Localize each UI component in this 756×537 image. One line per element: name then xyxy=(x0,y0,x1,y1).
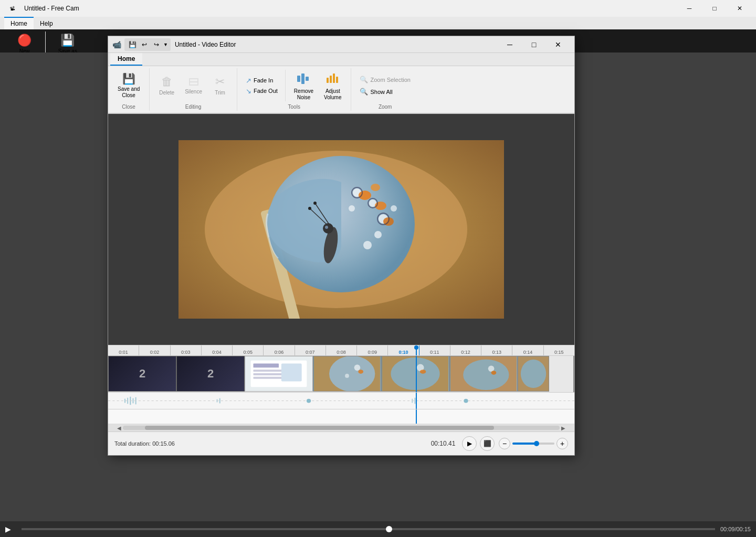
svg-rect-57 xyxy=(124,399,125,403)
ve-adjust-volume-btn[interactable]: AdjustVolume xyxy=(320,68,345,103)
ve-tab-home[interactable]: Home xyxy=(110,53,142,66)
ve-fade-in-label: Fade In xyxy=(254,77,273,83)
svg-rect-8 xyxy=(336,77,338,83)
bg-maximize-btn[interactable]: □ xyxy=(702,0,727,17)
ruler-mark-7: 0:07 xyxy=(295,345,326,355)
svg-point-45 xyxy=(345,374,349,378)
track-end-marker xyxy=(573,356,574,392)
marker-track-playhead xyxy=(416,409,417,424)
ruler-mark-12: 0:12 xyxy=(450,345,481,355)
svg-point-53 xyxy=(491,371,497,375)
ruler-mark-5: 0:05 xyxy=(233,345,264,355)
ve-fade-out-label: Fade Out xyxy=(254,88,278,94)
ve-minimize-btn[interactable]: ─ xyxy=(498,36,522,53)
ve-save-close-label: Save andClose xyxy=(118,86,140,99)
ve-preview-area xyxy=(108,114,574,345)
svg-rect-3 xyxy=(301,73,304,84)
bg-tab-home[interactable]: Home xyxy=(4,17,34,29)
ve-zoom-in-btn[interactable]: + xyxy=(556,438,568,449)
ve-trim-btn[interactable]: ✂ Trim xyxy=(208,73,232,98)
ve-silence-label: Silence xyxy=(185,89,202,95)
ve-close-group-label: Close xyxy=(113,103,144,111)
ve-thumbnail-strip: 2 2 xyxy=(108,356,574,392)
thumb-4-image xyxy=(313,356,381,391)
bg-window-icons: 📽 xyxy=(4,0,21,17)
bg-window-controls: ─ □ ✕ xyxy=(677,0,752,17)
svg-rect-63 xyxy=(219,398,220,404)
ve-fade-in-btn[interactable]: ↗ Fade In xyxy=(243,76,281,86)
ve-total-duration-label: Total duration: xyxy=(114,440,151,447)
svg-rect-40 xyxy=(281,364,302,382)
ve-trim-label: Trim xyxy=(215,90,225,96)
ve-save-qa-btn[interactable]: 💾 xyxy=(127,39,138,50)
ve-silence-btn[interactable]: Silence xyxy=(181,74,206,97)
ruler-mark-1: 0:01 xyxy=(108,345,139,355)
svg-rect-36 xyxy=(253,364,279,368)
ve-show-all-btn[interactable]: 🔍 Show All xyxy=(356,87,413,97)
svg-rect-60 xyxy=(132,398,133,404)
ve-zoom-selection-icon: 🔍 xyxy=(360,76,368,83)
ruler-mark-4: 0:04 xyxy=(202,345,233,355)
bg-save-video-icon: 💾 xyxy=(60,34,75,47)
svg-point-32 xyxy=(313,202,317,205)
svg-point-42 xyxy=(329,356,375,391)
ve-zoom-slider[interactable] xyxy=(512,443,554,445)
ve-trim-icon: ✂ xyxy=(215,75,225,89)
svg-point-28 xyxy=(323,223,333,234)
ve-audio-track[interactable] xyxy=(108,393,574,409)
ve-adjust-volume-icon xyxy=(324,70,341,87)
ve-editing-label: Editing xyxy=(155,103,232,111)
ve-titlebar: 📹 💾 ↩ ↪ ▼ Untitled - Video Editor ─ □ ✕ xyxy=(108,36,574,53)
scroll-right-btn[interactable]: ▶ xyxy=(560,424,567,431)
ruler-mark-2: 0:02 xyxy=(139,345,170,355)
ve-timeline-scrollbar[interactable]: ◀ ▶ xyxy=(108,424,574,431)
bg-close-btn[interactable]: ✕ xyxy=(728,0,752,17)
bg-play-btn[interactable]: ▶ xyxy=(5,525,11,533)
bg-tab-help[interactable]: Help xyxy=(34,17,59,29)
ve-zoom-label: Zoom xyxy=(356,103,413,111)
ve-save-close-btn[interactable]: 💾 Save andClose xyxy=(113,70,144,101)
bg-new-recording-icon: 🔴 xyxy=(17,34,32,47)
bg-bottom-bar: ▶ 00:09/00:15 xyxy=(0,521,756,537)
ve-fade-out-btn[interactable]: ↘ Fade Out xyxy=(243,86,281,96)
thumb-5 xyxy=(381,356,449,392)
ruler-mark-15: 0:15 xyxy=(544,345,574,355)
ve-qa-dropdown[interactable]: ▼ xyxy=(163,42,168,47)
svg-rect-4 xyxy=(306,77,309,81)
thumb-5-image xyxy=(382,356,449,391)
ve-play-btn[interactable]: ▶ xyxy=(462,436,477,451)
ve-stop-btn[interactable]: ⬛ xyxy=(480,436,495,451)
svg-point-31 xyxy=(308,207,311,210)
ve-tools-label: Tools xyxy=(243,103,345,111)
ve-title: Untitled - Video Editor xyxy=(175,41,236,48)
scroll-thumb[interactable] xyxy=(145,426,495,430)
bg-progress-indicator xyxy=(386,526,392,532)
ve-remove-noise-btn[interactable]: RemoveNoise xyxy=(290,68,318,103)
ve-redo-qa-btn[interactable]: ↪ xyxy=(151,39,162,50)
scroll-track[interactable] xyxy=(123,426,560,430)
ruler-mark-6: 0:06 xyxy=(264,345,295,355)
ve-adjust-volume-label: AdjustVolume xyxy=(324,88,341,101)
ve-zoom-out-btn[interactable]: − xyxy=(499,438,510,449)
bg-minimize-btn[interactable]: ─ xyxy=(677,0,701,17)
thumb-1: 2 xyxy=(108,356,176,392)
ve-delete-btn[interactable]: 🗑 Delete xyxy=(155,73,178,98)
svg-point-17 xyxy=(363,241,372,249)
svg-rect-2 xyxy=(297,76,300,82)
scroll-left-btn[interactable]: ◀ xyxy=(116,424,123,431)
ve-maximize-btn[interactable]: □ xyxy=(522,36,546,53)
svg-point-16 xyxy=(374,231,382,238)
ve-undo-qa-btn[interactable]: ↩ xyxy=(139,39,150,50)
ve-editing-group-content: 🗑 Delete Silence ✂ Trim xyxy=(155,68,232,103)
ve-timeline: 0:01 0:02 0:03 0:04 0:05 0:06 0:07 0:08 … xyxy=(108,345,574,431)
ve-video-track[interactable]: 2 2 xyxy=(108,356,574,393)
svg-point-23 xyxy=(371,184,380,191)
svg-point-68 xyxy=(464,399,468,403)
bg-progress-bar[interactable] xyxy=(22,528,715,530)
ve-ruler[interactable]: 0:01 0:02 0:03 0:04 0:05 0:06 0:07 0:08 … xyxy=(108,345,574,356)
ve-fade-out-icon: ↘ xyxy=(246,87,251,95)
ve-audio-waveform xyxy=(108,393,574,409)
ve-close-btn[interactable]: ✕ xyxy=(546,36,570,53)
ve-zoom-selection-btn[interactable]: 🔍 Zoom Selection xyxy=(356,75,413,85)
ve-ribbon-tabs: Home xyxy=(108,53,574,66)
